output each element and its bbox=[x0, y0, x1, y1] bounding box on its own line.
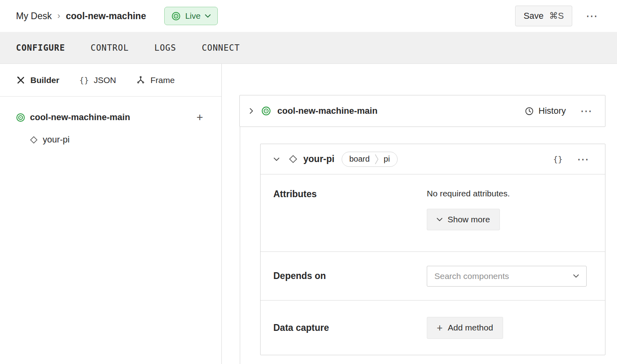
tools-icon bbox=[16, 75, 26, 85]
tree-item-your-pi[interactable]: your-pi bbox=[16, 130, 205, 149]
mode-frame-label: Frame bbox=[150, 75, 175, 85]
content: Builder {} JSON Frame cool-new-machine-m… bbox=[0, 64, 617, 364]
tab-connect[interactable]: CONNECT bbox=[202, 41, 240, 55]
component-diamond-icon bbox=[289, 154, 298, 164]
frame-axes-icon bbox=[136, 75, 145, 85]
live-icon bbox=[171, 12, 181, 21]
component-json-toggle[interactable]: {} bbox=[553, 154, 563, 164]
save-button[interactable]: Save ⌘S bbox=[515, 6, 572, 26]
breadcrumb-current: cool-new-machine bbox=[66, 11, 146, 22]
data-capture-label: Data capture bbox=[273, 322, 427, 333]
chevron-down-icon bbox=[573, 274, 579, 278]
add-method-button[interactable]: + Add method bbox=[427, 317, 503, 339]
add-method-label: Add method bbox=[448, 323, 493, 332]
live-status-dropdown[interactable]: Live bbox=[164, 7, 218, 25]
component-header-actions: {} ⋯ bbox=[553, 152, 592, 167]
chevron-right-icon[interactable] bbox=[249, 108, 253, 114]
history-label: History bbox=[539, 106, 566, 116]
live-label: Live bbox=[185, 11, 201, 21]
machine-tree: cool-new-machine-main + your-pi bbox=[0, 97, 221, 149]
tree-item-machine-main[interactable]: cool-new-machine-main + bbox=[16, 108, 205, 127]
attributes-content: No required attributes. Show more bbox=[427, 189, 510, 238]
component-card-your-pi: your-pi board pi {} ⋯ Attributes No requ bbox=[260, 144, 605, 355]
component-more-menu[interactable]: ⋯ bbox=[575, 152, 592, 167]
machine-part-icon bbox=[261, 106, 271, 116]
tab-logs[interactable]: LOGS bbox=[154, 41, 176, 55]
component-diamond-icon bbox=[30, 136, 38, 144]
tab-control[interactable]: CONTROL bbox=[91, 41, 129, 55]
component-title: your-pi bbox=[303, 154, 334, 164]
component-model-badge: board pi bbox=[342, 152, 398, 167]
history-clock-icon bbox=[525, 107, 534, 116]
depends-on-section: Depends on Search components bbox=[261, 252, 605, 301]
component-card-header: your-pi board pi {} ⋯ bbox=[261, 144, 605, 174]
sidebar: Builder {} JSON Frame cool-new-machine-m… bbox=[0, 64, 222, 364]
mode-builder[interactable]: Builder bbox=[16, 75, 59, 85]
machine-part-icon bbox=[16, 113, 25, 122]
mode-json-label: JSON bbox=[94, 75, 116, 85]
header-more-menu[interactable]: ⋯ bbox=[583, 8, 601, 24]
badge-separator-icon bbox=[375, 154, 378, 164]
braces-icon: {} bbox=[79, 75, 89, 85]
tree-connector-line bbox=[240, 127, 240, 364]
show-more-label: Show more bbox=[448, 215, 490, 224]
plus-icon: + bbox=[437, 323, 443, 333]
machine-part-title: cool-new-machine-main bbox=[277, 106, 378, 116]
depends-on-select[interactable]: Search components bbox=[427, 266, 587, 287]
tree-item-your-pi-label: your-pi bbox=[43, 135, 70, 145]
show-more-button[interactable]: Show more bbox=[427, 209, 500, 230]
chevron-down-icon bbox=[205, 14, 211, 18]
machine-part-more-menu[interactable]: ⋯ bbox=[578, 103, 595, 119]
header-actions: Save ⌘S ⋯ bbox=[515, 6, 601, 26]
attributes-empty-text: No required attributes. bbox=[427, 189, 510, 198]
save-label: Save bbox=[523, 11, 543, 21]
mode-builder-label: Builder bbox=[30, 75, 59, 85]
tree-item-machine-main-label: cool-new-machine-main bbox=[30, 112, 130, 123]
history-button[interactable]: History bbox=[525, 106, 566, 116]
header: My Desk › cool-new-machine Live Save ⌘S … bbox=[0, 0, 617, 32]
view-mode-toolbar: Builder {} JSON Frame bbox=[0, 64, 221, 97]
attributes-label: Attributes bbox=[273, 189, 427, 238]
mode-frame[interactable]: Frame bbox=[136, 75, 175, 85]
mode-json[interactable]: {} JSON bbox=[79, 75, 116, 85]
data-capture-section: Data capture + Add method bbox=[261, 301, 605, 355]
breadcrumb-root[interactable]: My Desk bbox=[16, 11, 52, 22]
tab-configure[interactable]: CONFIGURE bbox=[16, 41, 65, 55]
breadcrumb-separator: › bbox=[57, 11, 60, 21]
machine-part-card: cool-new-machine-main History ⋯ bbox=[239, 95, 605, 127]
main-panel: cool-new-machine-main History ⋯ your-pi bbox=[222, 64, 617, 364]
badge-model: pi bbox=[384, 154, 390, 164]
depends-on-label: Depends on bbox=[273, 271, 427, 281]
chevron-down-icon bbox=[437, 218, 442, 222]
attributes-section: Attributes No required attributes. Show … bbox=[261, 174, 605, 252]
tab-bar: CONFIGURE CONTROL LOGS CONNECT bbox=[0, 32, 617, 64]
save-shortcut: ⌘S bbox=[549, 11, 564, 21]
chevron-down-icon[interactable] bbox=[273, 157, 280, 161]
add-component-button[interactable]: + bbox=[194, 112, 205, 123]
badge-type: board bbox=[349, 154, 370, 164]
breadcrumb: My Desk › cool-new-machine bbox=[16, 11, 146, 22]
depends-on-placeholder: Search components bbox=[434, 271, 509, 281]
